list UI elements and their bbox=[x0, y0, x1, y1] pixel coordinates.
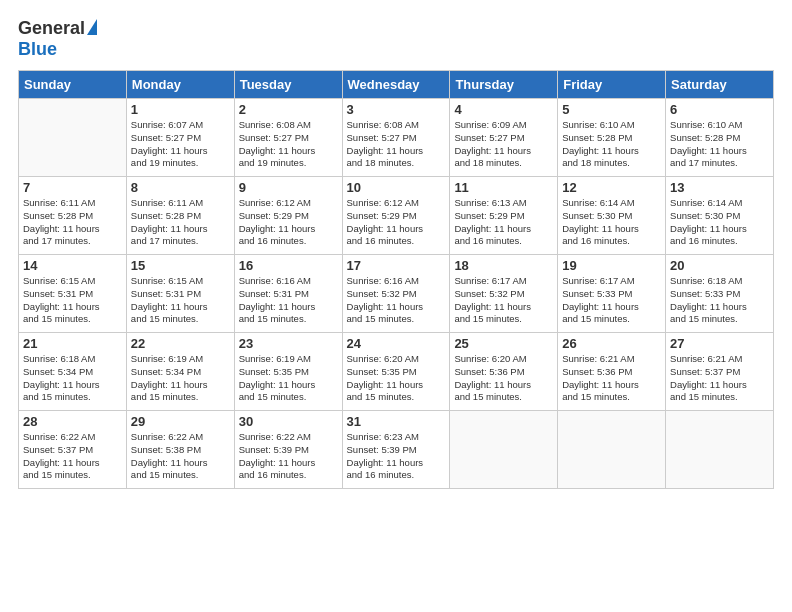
day-info: Sunrise: 6:18 AMSunset: 5:34 PMDaylight:… bbox=[23, 353, 122, 404]
day-number: 31 bbox=[347, 414, 446, 429]
day-info: Sunrise: 6:16 AMSunset: 5:31 PMDaylight:… bbox=[239, 275, 338, 326]
day-info: Sunrise: 6:15 AMSunset: 5:31 PMDaylight:… bbox=[23, 275, 122, 326]
page: General Blue SundayMondayTuesdayWednesda… bbox=[0, 0, 792, 612]
day-info: Sunrise: 6:16 AMSunset: 5:32 PMDaylight:… bbox=[347, 275, 446, 326]
calendar-cell: 29Sunrise: 6:22 AMSunset: 5:38 PMDayligh… bbox=[126, 411, 234, 489]
day-info: Sunrise: 6:09 AMSunset: 5:27 PMDaylight:… bbox=[454, 119, 553, 170]
calendar-cell: 25Sunrise: 6:20 AMSunset: 5:36 PMDayligh… bbox=[450, 333, 558, 411]
day-info: Sunrise: 6:13 AMSunset: 5:29 PMDaylight:… bbox=[454, 197, 553, 248]
calendar-cell: 23Sunrise: 6:19 AMSunset: 5:35 PMDayligh… bbox=[234, 333, 342, 411]
day-info: Sunrise: 6:07 AMSunset: 5:27 PMDaylight:… bbox=[131, 119, 230, 170]
day-info: Sunrise: 6:23 AMSunset: 5:39 PMDaylight:… bbox=[347, 431, 446, 482]
day-info: Sunrise: 6:17 AMSunset: 5:33 PMDaylight:… bbox=[562, 275, 661, 326]
day-number: 19 bbox=[562, 258, 661, 273]
day-header-sunday: Sunday bbox=[19, 71, 127, 99]
day-number: 14 bbox=[23, 258, 122, 273]
day-number: 24 bbox=[347, 336, 446, 351]
day-number: 21 bbox=[23, 336, 122, 351]
calendar-cell: 26Sunrise: 6:21 AMSunset: 5:36 PMDayligh… bbox=[558, 333, 666, 411]
day-header-wednesday: Wednesday bbox=[342, 71, 450, 99]
calendar-header-row: SundayMondayTuesdayWednesdayThursdayFrid… bbox=[19, 71, 774, 99]
day-header-monday: Monday bbox=[126, 71, 234, 99]
calendar-cell bbox=[19, 99, 127, 177]
logo-blue-text: Blue bbox=[18, 39, 57, 60]
day-info: Sunrise: 6:14 AMSunset: 5:30 PMDaylight:… bbox=[670, 197, 769, 248]
day-number: 13 bbox=[670, 180, 769, 195]
calendar-week-row: 14Sunrise: 6:15 AMSunset: 5:31 PMDayligh… bbox=[19, 255, 774, 333]
day-number: 27 bbox=[670, 336, 769, 351]
day-info: Sunrise: 6:08 AMSunset: 5:27 PMDaylight:… bbox=[239, 119, 338, 170]
day-header-friday: Friday bbox=[558, 71, 666, 99]
day-number: 18 bbox=[454, 258, 553, 273]
day-number: 9 bbox=[239, 180, 338, 195]
calendar-cell: 28Sunrise: 6:22 AMSunset: 5:37 PMDayligh… bbox=[19, 411, 127, 489]
day-info: Sunrise: 6:20 AMSunset: 5:35 PMDaylight:… bbox=[347, 353, 446, 404]
day-info: Sunrise: 6:10 AMSunset: 5:28 PMDaylight:… bbox=[562, 119, 661, 170]
calendar-cell: 6Sunrise: 6:10 AMSunset: 5:28 PMDaylight… bbox=[666, 99, 774, 177]
day-info: Sunrise: 6:18 AMSunset: 5:33 PMDaylight:… bbox=[670, 275, 769, 326]
calendar-cell: 22Sunrise: 6:19 AMSunset: 5:34 PMDayligh… bbox=[126, 333, 234, 411]
day-number: 6 bbox=[670, 102, 769, 117]
calendar-cell: 9Sunrise: 6:12 AMSunset: 5:29 PMDaylight… bbox=[234, 177, 342, 255]
day-info: Sunrise: 6:14 AMSunset: 5:30 PMDaylight:… bbox=[562, 197, 661, 248]
day-info: Sunrise: 6:11 AMSunset: 5:28 PMDaylight:… bbox=[23, 197, 122, 248]
day-header-thursday: Thursday bbox=[450, 71, 558, 99]
day-info: Sunrise: 6:08 AMSunset: 5:27 PMDaylight:… bbox=[347, 119, 446, 170]
day-info: Sunrise: 6:19 AMSunset: 5:34 PMDaylight:… bbox=[131, 353, 230, 404]
day-info: Sunrise: 6:21 AMSunset: 5:36 PMDaylight:… bbox=[562, 353, 661, 404]
day-header-tuesday: Tuesday bbox=[234, 71, 342, 99]
day-number: 2 bbox=[239, 102, 338, 117]
day-number: 10 bbox=[347, 180, 446, 195]
day-info: Sunrise: 6:11 AMSunset: 5:28 PMDaylight:… bbox=[131, 197, 230, 248]
calendar-week-row: 1Sunrise: 6:07 AMSunset: 5:27 PMDaylight… bbox=[19, 99, 774, 177]
day-number: 26 bbox=[562, 336, 661, 351]
day-number: 22 bbox=[131, 336, 230, 351]
calendar-cell: 19Sunrise: 6:17 AMSunset: 5:33 PMDayligh… bbox=[558, 255, 666, 333]
calendar-cell: 16Sunrise: 6:16 AMSunset: 5:31 PMDayligh… bbox=[234, 255, 342, 333]
calendar-cell: 20Sunrise: 6:18 AMSunset: 5:33 PMDayligh… bbox=[666, 255, 774, 333]
day-info: Sunrise: 6:12 AMSunset: 5:29 PMDaylight:… bbox=[347, 197, 446, 248]
day-number: 12 bbox=[562, 180, 661, 195]
calendar-cell bbox=[558, 411, 666, 489]
day-info: Sunrise: 6:22 AMSunset: 5:38 PMDaylight:… bbox=[131, 431, 230, 482]
logo-general-text: General bbox=[18, 18, 85, 39]
calendar-cell: 31Sunrise: 6:23 AMSunset: 5:39 PMDayligh… bbox=[342, 411, 450, 489]
day-info: Sunrise: 6:22 AMSunset: 5:37 PMDaylight:… bbox=[23, 431, 122, 482]
calendar-cell: 24Sunrise: 6:20 AMSunset: 5:35 PMDayligh… bbox=[342, 333, 450, 411]
calendar-cell: 7Sunrise: 6:11 AMSunset: 5:28 PMDaylight… bbox=[19, 177, 127, 255]
logo: General Blue bbox=[18, 18, 97, 60]
logo-triangle-icon bbox=[87, 19, 97, 35]
day-number: 30 bbox=[239, 414, 338, 429]
day-info: Sunrise: 6:10 AMSunset: 5:28 PMDaylight:… bbox=[670, 119, 769, 170]
calendar-cell bbox=[666, 411, 774, 489]
day-header-saturday: Saturday bbox=[666, 71, 774, 99]
day-number: 16 bbox=[239, 258, 338, 273]
calendar-cell: 11Sunrise: 6:13 AMSunset: 5:29 PMDayligh… bbox=[450, 177, 558, 255]
calendar-cell: 1Sunrise: 6:07 AMSunset: 5:27 PMDaylight… bbox=[126, 99, 234, 177]
calendar-cell: 10Sunrise: 6:12 AMSunset: 5:29 PMDayligh… bbox=[342, 177, 450, 255]
calendar-cell: 12Sunrise: 6:14 AMSunset: 5:30 PMDayligh… bbox=[558, 177, 666, 255]
day-info: Sunrise: 6:21 AMSunset: 5:37 PMDaylight:… bbox=[670, 353, 769, 404]
day-info: Sunrise: 6:17 AMSunset: 5:32 PMDaylight:… bbox=[454, 275, 553, 326]
day-number: 4 bbox=[454, 102, 553, 117]
calendar-cell: 3Sunrise: 6:08 AMSunset: 5:27 PMDaylight… bbox=[342, 99, 450, 177]
calendar-cell: 8Sunrise: 6:11 AMSunset: 5:28 PMDaylight… bbox=[126, 177, 234, 255]
day-number: 5 bbox=[562, 102, 661, 117]
calendar-cell: 18Sunrise: 6:17 AMSunset: 5:32 PMDayligh… bbox=[450, 255, 558, 333]
calendar-cell: 5Sunrise: 6:10 AMSunset: 5:28 PMDaylight… bbox=[558, 99, 666, 177]
day-info: Sunrise: 6:20 AMSunset: 5:36 PMDaylight:… bbox=[454, 353, 553, 404]
calendar-week-row: 21Sunrise: 6:18 AMSunset: 5:34 PMDayligh… bbox=[19, 333, 774, 411]
day-number: 25 bbox=[454, 336, 553, 351]
calendar-cell: 4Sunrise: 6:09 AMSunset: 5:27 PMDaylight… bbox=[450, 99, 558, 177]
calendar-cell bbox=[450, 411, 558, 489]
day-number: 17 bbox=[347, 258, 446, 273]
day-info: Sunrise: 6:22 AMSunset: 5:39 PMDaylight:… bbox=[239, 431, 338, 482]
calendar-cell: 13Sunrise: 6:14 AMSunset: 5:30 PMDayligh… bbox=[666, 177, 774, 255]
calendar-cell: 15Sunrise: 6:15 AMSunset: 5:31 PMDayligh… bbox=[126, 255, 234, 333]
day-info: Sunrise: 6:19 AMSunset: 5:35 PMDaylight:… bbox=[239, 353, 338, 404]
calendar-table: SundayMondayTuesdayWednesdayThursdayFrid… bbox=[18, 70, 774, 489]
day-number: 7 bbox=[23, 180, 122, 195]
day-number: 8 bbox=[131, 180, 230, 195]
calendar-week-row: 28Sunrise: 6:22 AMSunset: 5:37 PMDayligh… bbox=[19, 411, 774, 489]
day-number: 20 bbox=[670, 258, 769, 273]
